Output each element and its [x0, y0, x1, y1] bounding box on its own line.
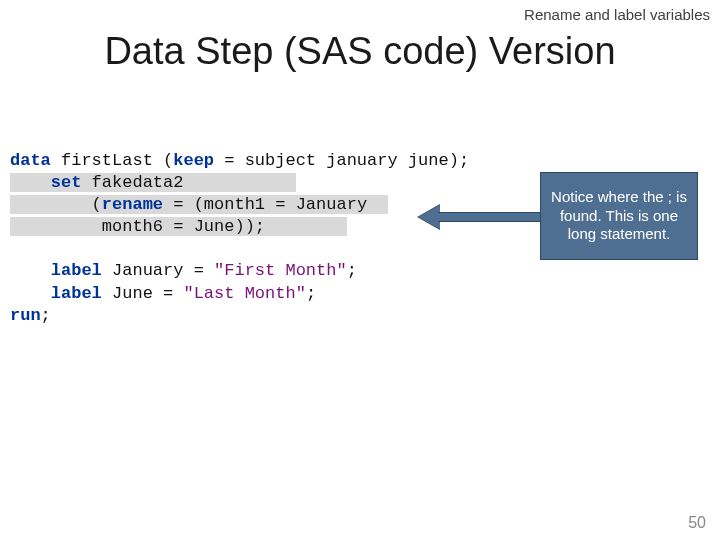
code-string: "First Month"	[214, 261, 347, 280]
page-number: 50	[688, 514, 706, 532]
code-blank	[10, 239, 20, 258]
code-kw-run: run	[10, 306, 41, 325]
code-text: ;	[347, 261, 357, 280]
code-text: ;	[306, 284, 316, 303]
arrow-left-icon	[418, 205, 440, 229]
code-text: January =	[102, 261, 214, 280]
code-indent	[10, 173, 51, 192]
callout-text: Notice where the ; is found. This is one…	[549, 188, 689, 244]
callout-box: Notice where the ; is found. This is one…	[540, 172, 698, 260]
slide-title: Data Step (SAS code) Version	[0, 30, 720, 73]
breadcrumb: Rename and label variables	[524, 6, 710, 23]
code-text: month6 = June));	[10, 217, 265, 236]
code-indent	[10, 284, 51, 303]
callout-arrow	[418, 205, 544, 229]
code-string: "Last Month"	[183, 284, 305, 303]
code-text: = (month1 = January	[163, 195, 367, 214]
code-text: firstLast (	[51, 151, 173, 170]
code-kw-set: set	[51, 173, 82, 192]
code-text: fakedata2	[81, 173, 183, 192]
code-kw-data: data	[10, 151, 51, 170]
code-text: ;	[41, 306, 51, 325]
code-block: data firstLast (keep = subject january j…	[10, 150, 469, 327]
code-kw-label: label	[51, 261, 102, 280]
code-text: (	[10, 195, 102, 214]
code-text: = subject january june);	[214, 151, 469, 170]
code-text: June =	[102, 284, 184, 303]
code-indent	[10, 261, 51, 280]
code-kw-label: label	[51, 284, 102, 303]
code-kw-keep: keep	[173, 151, 214, 170]
code-kw-rename: rename	[102, 195, 163, 214]
